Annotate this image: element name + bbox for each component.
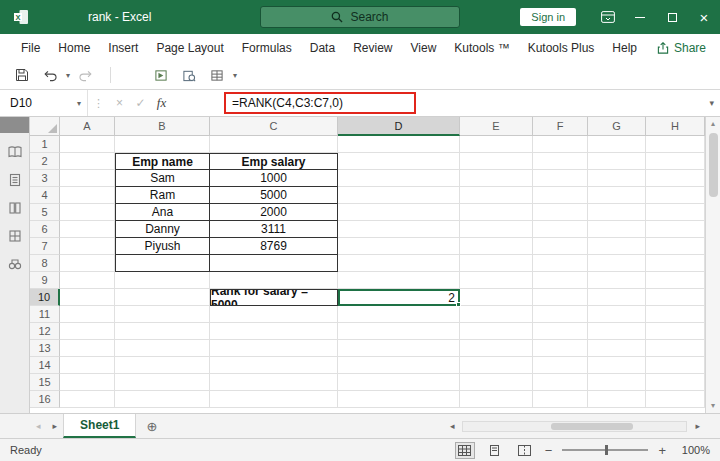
grid-cell[interactable] [533,255,588,272]
grid-cell[interactable] [115,323,210,340]
excel-app-icon[interactable]: X [12,8,30,26]
tab-data[interactable]: Data [301,41,344,55]
save-button[interactable] [10,64,34,86]
zoom-slider-thumb[interactable] [605,445,608,455]
grid-cell[interactable] [646,187,705,204]
grid-cell[interactable] [115,340,210,357]
row-header[interactable]: 4 [30,187,60,204]
grid-cell[interactable] [460,204,533,221]
cell-emp-salary-header[interactable]: Emp salary [210,153,338,170]
column-header-c[interactable]: C [210,117,338,136]
grid-cell[interactable] [533,357,588,374]
grid-cell[interactable] [60,374,115,391]
row-header[interactable]: 15 [30,374,60,391]
undo-button[interactable] [38,64,62,86]
grid-cell[interactable] [60,357,115,374]
column-header-g[interactable]: G [588,117,646,136]
grid-cell[interactable] [460,289,533,306]
grid-cell[interactable] [60,391,115,408]
nav-columns-button[interactable] [8,201,22,215]
nav-ranges-button[interactable] [8,229,22,243]
grid-cell[interactable] [338,238,460,255]
grid-cell[interactable] [338,136,460,153]
grid-cell[interactable] [588,187,646,204]
cell-emp-salary[interactable]: 1000 [210,170,338,187]
grid-cell[interactable] [588,153,646,170]
grid-cell[interactable] [60,238,115,255]
tab-insert[interactable]: Insert [99,41,147,55]
grid-cell[interactable] [646,340,705,357]
grid-cell[interactable] [588,391,646,408]
row-header[interactable]: 14 [30,357,60,374]
share-button[interactable]: Share [657,41,706,55]
tab-review[interactable]: Review [344,41,401,55]
formula-bar-splitter[interactable]: ⋮ [88,97,109,110]
grid-cell[interactable] [60,255,115,272]
row-header[interactable]: 2 [30,153,60,170]
row-header[interactable]: 3 [30,170,60,187]
tab-page-layout[interactable]: Page Layout [147,41,232,55]
row-header[interactable]: 5 [30,204,60,221]
row-header[interactable]: 12 [30,323,60,340]
name-box-dropdown-icon[interactable]: ▾ [77,99,81,108]
select-all-button[interactable] [30,117,60,136]
grid-cell[interactable] [338,255,460,272]
grid-cell[interactable] [115,272,210,289]
grid-cell[interactable] [210,340,338,357]
fill-handle[interactable] [456,302,461,307]
grid-cell[interactable] [60,272,115,289]
hscroll-right-icon[interactable]: ▸ [689,421,706,431]
cell-emp-name[interactable]: Danny [115,221,210,238]
grid-cell[interactable] [588,136,646,153]
grid-cell[interactable] [460,323,533,340]
grid-cell[interactable] [588,374,646,391]
cell-emp-name[interactable]: Piyush [115,238,210,255]
sign-in-button[interactable]: Sign in [520,8,576,26]
redo-button[interactable] [74,64,98,86]
horizontal-scroll-track[interactable] [462,421,687,432]
column-header-e[interactable]: E [460,117,533,136]
grid-cell[interactable] [210,357,338,374]
close-button[interactable]: × [688,0,720,34]
tab-home[interactable]: Home [49,41,99,55]
grid-cell[interactable] [588,170,646,187]
tab-file[interactable]: File [12,41,49,55]
search-box[interactable]: Search [260,6,460,28]
grid-cell[interactable] [115,136,210,153]
grid-cell[interactable] [646,136,705,153]
grid-cell[interactable] [588,306,646,323]
row-header[interactable]: 8 [30,255,60,272]
cell-emp-salary[interactable]: 8769 [210,238,338,255]
grid-cell[interactable] [460,357,533,374]
cell-emp-name-header[interactable]: Emp name [115,153,210,170]
formula-bar-expand-icon[interactable]: ▾ [709,98,714,108]
page-layout-view-button[interactable] [485,442,505,459]
prev-sheet-button[interactable]: ◂ [30,414,47,438]
grid-cell[interactable] [60,170,115,187]
grid-cell[interactable] [338,340,460,357]
grid-cell[interactable] [338,374,460,391]
nav-worksheets-button[interactable] [8,173,22,187]
cell-emp-salary[interactable]: 2000 [210,204,338,221]
grid-cell[interactable] [588,289,646,306]
grid-cell[interactable] [210,136,338,153]
scroll-up-icon[interactable]: ▴ [711,118,715,130]
grid-cell[interactable] [460,272,533,289]
grid-cell[interactable] [338,204,460,221]
qat-customize-button[interactable]: ▾ [233,71,237,80]
grid-cell[interactable] [338,357,460,374]
grid-cell[interactable] [533,221,588,238]
grid-cell[interactable] [533,153,588,170]
cell-rank-label[interactable]: Rank for salary = 5000 [210,289,338,306]
vertical-scroll-thumb[interactable] [709,133,718,197]
grid-cell[interactable] [460,306,533,323]
grid-cell[interactable] [533,136,588,153]
sheet-tab-sheet1[interactable]: Sheet1 [63,414,136,438]
grid-cell[interactable] [60,221,115,238]
hscroll-left-icon[interactable]: ◂ [444,421,461,431]
grid-cell[interactable] [338,391,460,408]
grid-cell[interactable] [533,289,588,306]
screenshot-tool-button[interactable] [177,64,201,86]
grid-cell[interactable] [533,340,588,357]
grid-cell[interactable] [646,374,705,391]
